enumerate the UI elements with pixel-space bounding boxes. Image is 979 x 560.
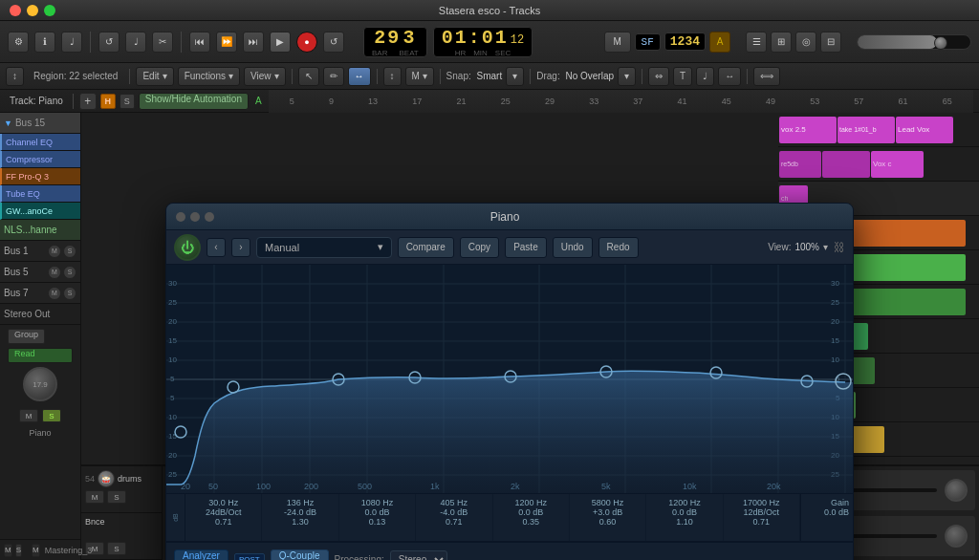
cursor-tool[interactable]: ↕	[6, 67, 24, 86]
drums-m-button[interactable]: M	[85, 490, 104, 504]
eq-close-dot[interactable]	[176, 212, 185, 222]
block-re5db[interactable]: re5db	[779, 151, 821, 178]
bus15-header[interactable]: ▼ Bus 15	[0, 113, 80, 134]
plugin-ffproq[interactable]: FF Pro-Q 3	[0, 168, 80, 185]
settings-button[interactable]: ⚙	[8, 32, 29, 53]
bnce-pan-knob[interactable]	[945, 525, 968, 548]
master-volume-slider[interactable]	[857, 34, 971, 50]
tool1[interactable]: ↖	[298, 67, 319, 86]
drums-pan-knob[interactable]	[945, 479, 968, 502]
bus7-s[interactable]: S	[63, 287, 76, 300]
redo-eq-button[interactable]: Redo	[598, 237, 639, 258]
play-button[interactable]: ▶	[270, 32, 291, 53]
info-button[interactable]: ℹ	[34, 32, 55, 53]
vel-btn[interactable]: M ▾	[405, 67, 434, 86]
view-menu[interactable]: View ▾	[244, 67, 286, 86]
resize-btn[interactable]: ⇔	[648, 67, 669, 86]
plugin-tubeeq[interactable]: Tube EQ	[0, 185, 80, 203]
fast-forward-button[interactable]: ⏩	[216, 32, 237, 53]
processing-select[interactable]: Stereo	[390, 550, 447, 561]
bus5-m[interactable]: M	[48, 266, 61, 279]
block-leadvox[interactable]: Lead Vox	[896, 117, 953, 143]
bus1-m[interactable]: M	[48, 245, 61, 258]
zoom-btn[interactable]: ⟺	[753, 67, 780, 86]
bus7-m[interactable]: M	[48, 287, 61, 300]
paste-button[interactable]: Paste	[505, 237, 547, 258]
smart-controls-button[interactable]: ◎	[795, 32, 816, 53]
time-tool[interactable]: ↔	[718, 67, 741, 86]
add-track-button[interactable]: +	[79, 93, 97, 110]
read-button[interactable]: Read	[8, 348, 73, 363]
count-in-button[interactable]: ✂	[152, 32, 173, 53]
bus5-item[interactable]: Bus 5 M S	[0, 262, 80, 283]
undo-button[interactable]: ↺	[98, 32, 120, 53]
solo-button[interactable]: S	[42, 409, 61, 422]
eq-graph[interactable]: 30 25 20 15 10 5 5 10 15 20 25 30 25	[166, 265, 853, 494]
block-vox25[interactable]: vox 2.5	[779, 117, 837, 143]
text-tool[interactable]: T	[673, 67, 692, 86]
h-button[interactable]: H	[100, 94, 116, 109]
bus5-s[interactable]: S	[63, 266, 76, 279]
eq-next-button[interactable]: ›	[231, 238, 250, 257]
undo-eq-button[interactable]: Undo	[553, 237, 593, 258]
eq-plugin-window[interactable]: Piano ⏻ ‹ › Manual ▾ Compare	[165, 203, 854, 560]
eq-power-button[interactable]: ⏻	[174, 234, 201, 261]
automation-button[interactable]: Show/Hide Automation	[139, 93, 249, 110]
copy-button[interactable]: Copy	[460, 237, 499, 258]
volume-knob[interactable]	[934, 36, 947, 50]
rewind-button[interactable]: ⏮	[189, 32, 210, 53]
channel-volume-knob[interactable]: 17.9	[23, 367, 57, 401]
master-s-button[interactable]: S	[15, 544, 22, 557]
plugin-compressor[interactable]: Compressor	[0, 151, 80, 168]
eq-prev-button[interactable]: ‹	[207, 238, 226, 257]
tempo-display[interactable]: 1234	[664, 32, 706, 51]
master-m2-button[interactable]: M	[32, 544, 40, 557]
bus1-s[interactable]: S	[63, 245, 76, 258]
connections-button[interactable]: ⊞	[771, 32, 792, 53]
cursor-type[interactable]: ↕	[383, 67, 402, 86]
snap-dropdown[interactable]: ▾	[506, 67, 524, 86]
list-view-button[interactable]: ☰	[746, 32, 767, 53]
bus7-item[interactable]: Bus 7 M S	[0, 283, 80, 304]
functions-menu[interactable]: Functions ▾	[178, 67, 240, 86]
record-button[interactable]: ●	[296, 32, 317, 53]
midi-button[interactable]: ♩	[61, 32, 82, 53]
drums-s-button[interactable]: S	[107, 490, 126, 504]
plugin-gw[interactable]: GW...anoCe	[0, 203, 80, 220]
block-take[interactable]: take 1#01_b	[838, 117, 895, 143]
window-controls[interactable]	[10, 5, 55, 16]
mute-button[interactable]: M	[19, 409, 38, 422]
drag-dropdown[interactable]: ▾	[618, 67, 636, 86]
goto-end-button[interactable]: ⏭	[243, 32, 264, 53]
tuner-button[interactable]: A	[709, 32, 730, 53]
eq-preset-selector[interactable]: Manual ▾	[256, 237, 392, 258]
compare-button[interactable]: Compare	[398, 237, 454, 258]
tool3-active[interactable]: ↔	[348, 67, 371, 86]
master-m-button[interactable]: M	[4, 544, 12, 557]
close-button[interactable]	[10, 5, 21, 16]
tool2[interactable]: ✏	[323, 67, 344, 86]
block-wave1[interactable]	[822, 151, 870, 178]
qcouple-button[interactable]: Q-Couple	[271, 549, 329, 561]
link-icon[interactable]: ⛓	[834, 241, 845, 254]
bus1-item[interactable]: Bus 1 M S	[0, 241, 80, 262]
block-voxc[interactable]: Vox c	[871, 151, 924, 178]
edit-menu[interactable]: Edit ▾	[136, 67, 173, 86]
cycle-button[interactable]: ↺	[323, 32, 344, 53]
plugin-channel-eq[interactable]: Channel EQ	[0, 134, 80, 151]
group-button[interactable]: Group	[8, 329, 45, 344]
marker-tool[interactable]: ♩	[696, 67, 714, 86]
eq-window-dots[interactable]	[176, 212, 214, 222]
midi-icon[interactable]: M	[604, 32, 631, 53]
s-button[interactable]: S	[120, 94, 135, 109]
browser-button[interactable]: ⊟	[820, 32, 841, 53]
maximize-button[interactable]	[44, 5, 55, 16]
nls-header[interactable]: NLS...hanne	[0, 220, 80, 241]
metronome-button[interactable]: ♩	[125, 32, 146, 53]
eq-max-dot[interactable]	[205, 212, 214, 222]
eq-min-dot[interactable]	[190, 212, 200, 222]
analyzer-button[interactable]: Analyzer	[174, 549, 228, 561]
minimize-button[interactable]	[27, 5, 38, 16]
view-dropdown[interactable]: ▾	[823, 242, 828, 252]
bnce-s-button[interactable]: S	[107, 542, 126, 555]
